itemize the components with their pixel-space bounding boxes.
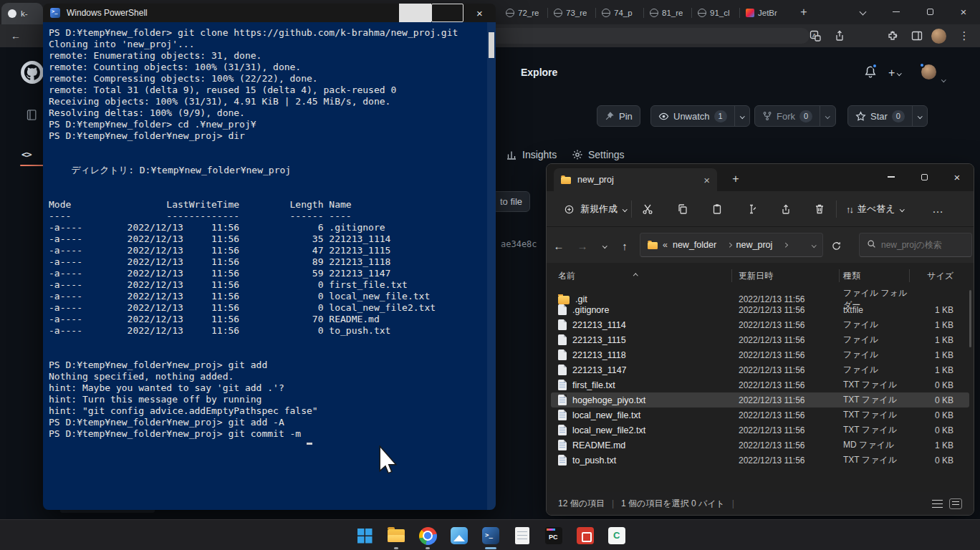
tab-insights[interactable]: Insights	[506, 149, 557, 160]
sort-button[interactable]: 並べ替え	[840, 198, 909, 221]
column-divider[interactable]	[731, 269, 732, 282]
fork-button[interactable]: Fork 0	[754, 105, 836, 127]
file-row[interactable]: local_new_file2.txt 2022/12/13 11:56 TXT…	[551, 423, 969, 438]
browser-back-button[interactable]	[6, 24, 26, 47]
see-more-button[interactable]	[925, 198, 951, 221]
forward-button[interactable]	[573, 236, 592, 255]
browser-tab[interactable]: 81_re	[643, 3, 691, 23]
browser-menu-icon[interactable]	[954, 24, 974, 47]
github-logo[interactable]	[20, 60, 44, 85]
up-button[interactable]	[615, 236, 634, 255]
browser-close-button[interactable]	[948, 0, 979, 24]
browser-profile-avatar[interactable]	[928, 24, 948, 47]
tab-settings[interactable]: Settings	[572, 149, 625, 160]
taskbar-app[interactable]	[602, 521, 631, 550]
refresh-button[interactable]	[827, 236, 845, 255]
file-row[interactable]: .gitignore 2022/12/13 11:56 txtfile 1 KB	[551, 302, 969, 317]
explorer-new-tab-button[interactable]	[727, 170, 744, 188]
explorer-minimize-button[interactable]	[875, 164, 908, 190]
star-dropdown[interactable]	[912, 106, 928, 126]
search-input[interactable]	[881, 240, 960, 250]
cut-button[interactable]	[635, 198, 660, 221]
new-tab-button[interactable]	[797, 5, 811, 19]
pin-button[interactable]: Pin	[597, 105, 640, 127]
unwatch-button[interactable]: Unwatch 1	[650, 105, 750, 127]
tab-search-button[interactable]	[847, 0, 878, 24]
search-box[interactable]	[859, 233, 972, 257]
side-panel-icon[interactable]	[907, 24, 927, 47]
ps-maximize-button[interactable]	[431, 4, 463, 22]
nav-explore[interactable]: Explore	[521, 67, 557, 78]
user-avatar[interactable]	[921, 64, 936, 79]
powershell-title-bar[interactable]: Windows PowerShell	[43, 4, 496, 22]
address-bar[interactable]: new_foldernew_proj	[640, 233, 823, 257]
details-view-icon[interactable]	[932, 500, 943, 508]
go-to-file-button[interactable]: to file	[492, 191, 530, 212]
large-icons-view-icon[interactable]	[949, 498, 962, 509]
taskbar-app[interactable]	[445, 521, 474, 550]
column-divider[interactable]	[839, 269, 840, 282]
file-row[interactable]: README.md 2022/12/13 11:56 MD ファイル 1 KB	[551, 438, 969, 453]
taskbar-app[interactable]	[350, 521, 379, 550]
delete-button[interactable]	[807, 198, 832, 221]
tab-code[interactable]	[21, 148, 32, 160]
file-row[interactable]: to_push.txt 2022/12/13 11:56 TXT ファイル 0 …	[551, 453, 969, 468]
explorer-close-button[interactable]	[941, 164, 974, 190]
explorer-tab[interactable]: new_proj	[554, 168, 717, 191]
translate-icon[interactable]: A	[805, 24, 825, 47]
notifications-bell-icon[interactable]	[864, 65, 877, 81]
scrollbar-thumb[interactable]	[489, 32, 494, 58]
file-row[interactable]: local_new_file.txt 2022/12/13 11:56 TXT …	[551, 407, 969, 423]
rename-button[interactable]	[739, 198, 764, 221]
file-row[interactable]: 221213_1147 2022/12/13 11:56 ファイル 1 KB	[551, 362, 969, 377]
column-divider[interactable]	[909, 269, 910, 282]
console[interactable]: PS D:¥temp¥new_folder> git clone https:/…	[43, 22, 496, 510]
fork-dropdown[interactable]	[820, 106, 835, 126]
breadcrumb-item[interactable]: new_folder	[673, 240, 716, 250]
extensions-puzzle-icon[interactable]	[883, 24, 903, 47]
ps-close-button[interactable]	[463, 4, 496, 22]
tab-close-icon[interactable]	[703, 174, 710, 186]
back-button[interactable]	[549, 236, 568, 255]
share-icon[interactable]	[830, 24, 850, 47]
browser-maximize-button[interactable]	[915, 0, 945, 24]
scrollbar[interactable]	[969, 290, 971, 347]
column-header-size[interactable]: サイズ	[912, 270, 953, 282]
column-header-modified[interactable]: 更新日時	[739, 270, 843, 282]
share-button[interactable]	[773, 198, 799, 221]
browser-tab[interactable]: 91_cl	[691, 3, 739, 23]
copy-button[interactable]	[670, 198, 696, 221]
explorer-maximize-button[interactable]	[908, 164, 941, 190]
paste-button[interactable]	[704, 198, 730, 221]
address-dropdown-icon[interactable]	[812, 243, 816, 247]
browser-tab[interactable]: JetBr	[739, 3, 787, 23]
taskbar-app[interactable]	[476, 521, 505, 550]
breadcrumb-overflow[interactable]	[663, 240, 668, 250]
ps-minimize-button[interactable]	[399, 4, 431, 22]
browser-tab-active-partial[interactable]: k-	[1, 3, 43, 24]
browser-tab[interactable]: 72_re	[499, 3, 547, 23]
file-row[interactable]: hogehoge_piyo.txt 2022/12/13 11:56 TXT フ…	[551, 392, 969, 407]
taskbar-app[interactable]	[508, 521, 537, 550]
file-row[interactable]: 221213_1114 2022/12/13 11:56 ファイル 1 KB	[551, 317, 969, 332]
browser-tab[interactable]: 74_p	[595, 3, 643, 23]
taskbar-app[interactable]	[539, 521, 568, 550]
commit-hash[interactable]: ae34e8c	[501, 239, 537, 249]
taskbar-app[interactable]	[571, 521, 600, 550]
column-header-name[interactable]: 名前	[558, 270, 739, 282]
browser-tab[interactable]: 73_re	[547, 3, 595, 23]
unwatch-dropdown[interactable]	[734, 106, 750, 126]
history-dropdown[interactable]	[595, 236, 614, 255]
new-item-button[interactable]: 新規作成	[557, 198, 634, 221]
create-new-button[interactable]	[888, 67, 901, 79]
file-row[interactable]: 221213_1115 2022/12/13 11:56 ファイル 1 KB	[551, 332, 969, 347]
breadcrumb-item[interactable]: new_proj	[736, 240, 773, 250]
taskbar-app[interactable]	[413, 521, 442, 550]
file-row[interactable]: .git 2022/12/13 11:56 ファイル フォルダー	[551, 287, 969, 302]
console-scrollbar[interactable]	[487, 22, 496, 510]
file-row[interactable]: 221213_1118 2022/12/13 11:56 ファイル 1 KB	[551, 347, 969, 362]
file-row[interactable]: first_file.txt 2022/12/13 11:56 TXT ファイル…	[551, 377, 969, 392]
taskbar-app[interactable]	[382, 521, 410, 550]
browser-minimize-button[interactable]	[881, 0, 911, 24]
column-header-type[interactable]: 種類	[843, 270, 912, 282]
